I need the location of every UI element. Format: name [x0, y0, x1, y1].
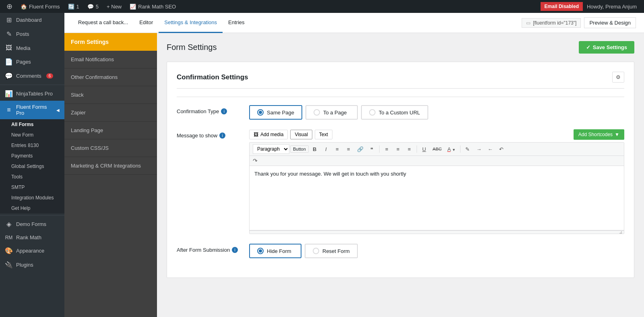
- italic-button[interactable]: I: [321, 145, 331, 154]
- text-color-icon: A: [447, 146, 450, 152]
- new-item[interactable]: + New: [103, 0, 125, 13]
- undo-button[interactable]: ↶: [496, 145, 507, 154]
- sidebar-item-dashboard[interactable]: ⊞ Dashboard: [0, 13, 64, 27]
- more-button[interactable]: ✎: [462, 145, 473, 154]
- align-center-button[interactable]: ≡: [393, 145, 403, 154]
- card-title: Confirmation Settings: [177, 73, 248, 81]
- after-form-label: After Form Submission i: [177, 244, 241, 253]
- panel-landing-page[interactable]: Landing Page: [64, 122, 157, 139]
- text-color-button[interactable]: A ▼: [445, 145, 458, 154]
- sidebar-item-appearance[interactable]: 🎨 Appearance: [0, 244, 64, 258]
- indent-button[interactable]: →: [474, 145, 484, 154]
- text-tab-button[interactable]: Text: [315, 130, 332, 139]
- outdent-icon: ←: [487, 146, 493, 152]
- form-settings-header: Form Settings ✓ Save Settings: [167, 41, 634, 54]
- visual-tab-label: Visual: [295, 132, 308, 137]
- comments-item[interactable]: 🔄 1: [65, 0, 83, 13]
- howdy-text: Howdy, Prema Anjum: [583, 4, 641, 10]
- outdent-button[interactable]: ←: [485, 145, 495, 154]
- submenu-get-help[interactable]: Get Help: [0, 203, 64, 213]
- form-settings-panel-title[interactable]: Form Settings: [64, 33, 157, 51]
- after-form-info-icon[interactable]: i: [232, 247, 238, 253]
- sidebar-item-plugins[interactable]: 🔌 Plugins: [0, 258, 64, 272]
- paragraph-select[interactable]: Paragraph: [253, 144, 289, 154]
- link-button[interactable]: 🔗: [355, 145, 366, 154]
- tab-settings-integrations[interactable]: Settings & Integrations: [159, 13, 223, 33]
- tab-request-callback[interactable]: Request a call back...: [72, 13, 134, 33]
- radio-hide-form[interactable]: Hide Form: [249, 244, 301, 258]
- editor-content-area[interactable]: Thank you for your message. We will get …: [250, 166, 624, 230]
- unordered-list-button[interactable]: ≡: [332, 145, 343, 154]
- confirmation-type-info-icon[interactable]: i: [221, 108, 227, 114]
- shortcode-box[interactable]: ▭ [fluentform id="173"]: [522, 18, 581, 28]
- radio-to-custom-url-circle: [369, 109, 376, 116]
- ninjatables-icon: 📊: [5, 90, 13, 97]
- panel-custom-css-js[interactable]: Custom CSS/JS: [64, 139, 157, 157]
- sidebar-item-ninjatables[interactable]: 📊 NinjaTables Pro: [0, 87, 64, 101]
- panel-email-notifications[interactable]: Email Notifications: [64, 51, 157, 68]
- bold-label: B: [313, 146, 316, 152]
- message-label: Message to show i: [177, 129, 241, 139]
- payments-label: Payments: [11, 153, 33, 159]
- redo-button[interactable]: ↷: [253, 157, 258, 164]
- panel-slack[interactable]: Slack: [64, 86, 157, 104]
- radio-reset-form[interactable]: Reset Form: [305, 244, 358, 258]
- sidebar-item-pages[interactable]: 📄 Pages: [0, 55, 64, 69]
- sidebar-item-comments[interactable]: 💬 Comments 6: [0, 69, 64, 83]
- save-settings-button[interactable]: ✓ Save Settings: [579, 41, 634, 54]
- align-left-icon: ≡: [385, 146, 388, 152]
- submenu-integration-modules[interactable]: Integration Modules: [0, 193, 64, 203]
- sidebar-item-demo-forms[interactable]: ◈ Demo Forms: [0, 217, 64, 231]
- tab-editor[interactable]: Editor: [134, 13, 159, 33]
- blockquote-button[interactable]: ❝: [367, 145, 377, 154]
- visual-tab-button[interactable]: Visual: [290, 130, 312, 139]
- submenu-tools[interactable]: Tools: [0, 172, 64, 182]
- panel-marketing-crm[interactable]: Marketing & CRM Integrations: [64, 157, 157, 175]
- same-page-label: Same Page: [267, 110, 294, 116]
- rank-math-item[interactable]: 📈 Rank Math SEO: [126, 0, 179, 13]
- tab-settings-label: Settings & Integrations: [164, 19, 217, 25]
- slack-label: Slack: [71, 92, 84, 98]
- demo-forms-label: Demo Forms: [16, 221, 46, 227]
- ol-icon: ≡: [347, 146, 350, 152]
- radio-to-a-page[interactable]: To a Page: [305, 105, 358, 120]
- add-media-button[interactable]: 🖼 Add media: [249, 130, 288, 139]
- strikethrough-label: ABC: [433, 147, 442, 151]
- submenu-new-form[interactable]: New Form: [0, 130, 64, 140]
- sidebar-item-rank-math[interactable]: RM Rank Math: [0, 231, 64, 244]
- plugins-icon: 🔌: [5, 261, 13, 269]
- preview-design-button[interactable]: Preview & Design: [584, 17, 636, 28]
- comments-item2[interactable]: 💬 5: [84, 0, 102, 13]
- radio-same-page[interactable]: Same Page: [249, 105, 302, 120]
- site-name-item[interactable]: 🏠 Fluent Forms: [17, 0, 63, 13]
- settings-gear-button[interactable]: ⚙: [612, 72, 624, 83]
- submenu-global-settings[interactable]: Global Settings: [0, 161, 64, 172]
- main-content-panel: Form Settings ✓ Save Settings Confirmati…: [157, 33, 644, 317]
- sidebar-item-posts[interactable]: ✎ Posts: [0, 27, 64, 41]
- ordered-list-button[interactable]: ≡: [343, 145, 354, 154]
- strikethrough-button[interactable]: ABC: [430, 145, 444, 153]
- tab-entries[interactable]: Entries: [223, 13, 250, 33]
- radio-to-custom-url[interactable]: To a Custom URL: [361, 105, 428, 120]
- chevron-down-icon: ▼: [615, 132, 619, 137]
- submenu-smtp[interactable]: SMTP: [0, 182, 64, 193]
- confirmation-type-text: Confirmation Type: [177, 108, 219, 114]
- panel-zapier[interactable]: Zapier: [64, 104, 157, 122]
- underline-button[interactable]: U: [419, 145, 429, 154]
- after-form-submission-row: After Form Submission i Hide Form Reset …: [177, 244, 624, 258]
- message-info-icon[interactable]: i: [219, 133, 225, 139]
- wp-logo-item[interactable]: ⊕: [3, 0, 16, 13]
- submenu-entries[interactable]: Entries 8130: [0, 140, 64, 151]
- submenu-all-forms[interactable]: All Forms: [0, 119, 64, 130]
- admin-sidebar: ⊞ Dashboard ✎ Posts 🖼 Media 📄 Pages 💬 Co…: [0, 13, 64, 317]
- submenu-payments[interactable]: Payments: [0, 151, 64, 161]
- bold-button[interactable]: B: [310, 145, 320, 154]
- sidebar-item-media[interactable]: 🖼 Media: [0, 41, 64, 55]
- smtp-label: SMTP: [11, 184, 25, 190]
- panel-other-confirmations[interactable]: Other Confirmations: [64, 68, 157, 86]
- align-right-button[interactable]: ≡: [404, 145, 415, 154]
- sidebar-item-fluentforms[interactable]: ≡ Fluent Forms Pro ◀: [0, 101, 64, 119]
- button-tag-btn[interactable]: Button: [290, 145, 309, 153]
- align-left-button[interactable]: ≡: [382, 145, 392, 154]
- add-shortcodes-button[interactable]: Add Shortcodes ▼: [574, 129, 624, 140]
